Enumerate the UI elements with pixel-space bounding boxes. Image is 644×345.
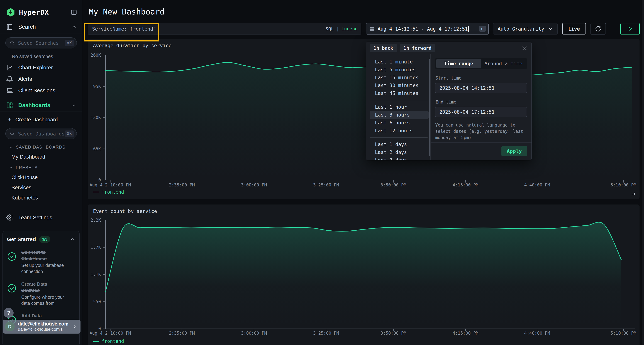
time-options-divider <box>370 137 428 138</box>
sql-toggle[interactable]: SQL <box>326 26 334 31</box>
chevron-up-icon[interactable] <box>70 237 75 242</box>
apply-button[interactable]: Apply <box>502 146 527 156</box>
get-started-item[interactable]: Create Data Sources Configure where your… <box>7 281 75 306</box>
laptop-icon <box>6 87 13 94</box>
presets-group[interactable]: PRESETS <box>8 165 82 170</box>
saved-dashboards-group[interactable]: SAVED DASHBOARDS <box>8 145 82 150</box>
duration-chart-canvas[interactable]: 065K130K195K260KAug 4 2:10:00 PM2:35:00 … <box>88 39 640 199</box>
date-range-input[interactable]: Aug 4 14:12:51 - Aug 4 17:12:51 d <box>366 23 488 34</box>
legend-series-name: frontend <box>102 339 124 344</box>
panel-resize-handle[interactable] <box>632 193 635 195</box>
time-option[interactable]: Last 45 minutes <box>370 89 428 97</box>
x-tick-label: 4:15:00 PM <box>452 183 478 188</box>
team-settings-label: Team Settings <box>18 215 52 221</box>
filter-bar: ServiceName:"frontend" SQL | Lucene Aug … <box>88 23 644 34</box>
granularity-select[interactable]: Auto Granularity <box>493 23 558 34</box>
page-title: My New Dashboard <box>89 7 644 16</box>
tab-around-a-time[interactable]: Around a time <box>481 59 526 68</box>
saved-dashboards-input[interactable]: Saved Dashboards ⌘K <box>5 128 77 139</box>
chevron-up-icon[interactable] <box>72 103 77 108</box>
plus-icon: + <box>8 117 12 123</box>
refresh-button[interactable] <box>590 23 606 34</box>
start-time-input[interactable]: 2025-08-04 14:12:51 <box>435 83 527 93</box>
sidebar-section-dashboards[interactable]: Dashboards <box>0 100 82 110</box>
time-option[interactable]: Last 1 minute <box>370 58 428 66</box>
time-option[interactable]: Last 7 days <box>370 156 428 160</box>
time-option[interactable]: Last 2 days <box>370 148 428 156</box>
time-option[interactable]: Last 12 hours <box>370 127 428 135</box>
play-button[interactable] <box>620 23 640 34</box>
create-dashboard-label: Create Dashboard <box>16 117 58 123</box>
time-range-options-list: Last 1 minuteLast 5 minutesLast 15 minut… <box>366 54 430 160</box>
series-area <box>106 222 621 329</box>
avatar: D <box>5 322 15 332</box>
event-count-chart-canvas[interactable]: 05501.1K1.7K2.2KAug 4 2:10:00 PM2:35:00 … <box>88 205 640 345</box>
x-tick-label: 5:10:00 PM <box>610 331 636 336</box>
create-dashboard-button[interactable]: + Create Dashboard <box>0 115 82 124</box>
keyboard-hint-badge: d <box>479 26 486 32</box>
time-option[interactable]: Last 15 minutes <box>370 74 428 81</box>
preset-link-kubernetes[interactable]: Kubernetes <box>12 195 82 201</box>
x-tick-label: 3:50:00 PM <box>380 331 406 336</box>
user-email: dale@clickhouse.com <box>18 321 68 327</box>
sidebar-section-search[interactable]: Search <box>0 22 82 32</box>
chart-legend[interactable]: frontend <box>94 339 124 344</box>
chart-legend[interactable]: frontend <box>94 189 124 195</box>
lucene-toggle[interactable]: Lucene <box>342 26 358 31</box>
time-option[interactable]: Last 30 minutes <box>370 81 428 89</box>
time-option[interactable]: Last 3 hours <box>370 111 428 119</box>
y-tick-label: 260K <box>90 53 101 58</box>
popup-body: Last 1 minuteLast 5 minutesLast 15 minut… <box>366 54 532 160</box>
close-icon[interactable] <box>522 45 528 51</box>
shift-forward-button[interactable]: 1h forward <box>400 44 435 52</box>
y-tick-label: 2.2K <box>90 218 101 223</box>
get-started-item[interactable]: Connect to ClickHouse Set up your databa… <box>7 249 75 275</box>
sidebar-item-label: Chart Explorer <box>18 64 53 71</box>
popup-header: 1h back 1h forward <box>366 42 532 54</box>
scrollbar-gutter[interactable] <box>642 0 644 345</box>
y-tick-label: 195K <box>90 84 101 89</box>
saved-searches-input[interactable]: Saved Searches ⌘K <box>5 37 77 48</box>
end-time-input[interactable]: 2025-08-04 17:12:51 <box>435 107 527 117</box>
saved-dashboards-placeholder: Saved Dashboards <box>18 131 64 137</box>
list-scrollbar[interactable] <box>429 59 430 156</box>
no-saved-searches-text: No saved searches <box>12 54 82 59</box>
sidebar-item-client-sessions[interactable]: Client Sessions <box>0 85 82 96</box>
sidebar-dashboards-label: Dashboards <box>18 102 50 108</box>
shift-back-button[interactable]: 1h back <box>370 44 397 52</box>
chevron-up-icon[interactable] <box>72 24 77 30</box>
help-button[interactable]: ? <box>4 308 14 318</box>
app-window: HyperDX Search Saved Searches ⌘K No save… <box>0 0 644 345</box>
date-range-value: Aug 4 14:12:51 - Aug 4 17:12:51 <box>378 26 468 32</box>
get-started-header[interactable]: Get Started 3/3 <box>7 236 75 243</box>
end-time-label: End time <box>436 100 527 105</box>
x-tick-label: 3:25:00 PM <box>313 183 339 188</box>
x-tick-label: 2:35:00 PM <box>169 331 195 336</box>
natural-language-hint: You can use natural language to select d… <box>435 122 527 141</box>
sidebar-item-chart-explorer[interactable]: Chart Explorer <box>0 62 82 73</box>
x-tick-label: 3:25:00 PM <box>313 331 339 336</box>
user-account-button[interactable]: D dale@clickhouse.com dale@clickhouse.co… <box>3 320 80 334</box>
sidebar-item-team-settings[interactable]: Team Settings <box>0 212 82 223</box>
chevron-down-icon <box>548 26 553 31</box>
time-option[interactable]: Last 1 days <box>370 140 428 148</box>
preset-link-clickhouse[interactable]: ClickHouse <box>12 174 82 180</box>
preset-link-services[interactable]: Services <box>12 185 82 191</box>
dashboard-grid-icon <box>6 102 13 109</box>
time-option[interactable]: Last 6 hours <box>370 119 428 127</box>
time-option[interactable]: Last 1 hour <box>370 103 428 111</box>
x-tick-label: Aug 4 2:10:00 PM <box>90 183 131 188</box>
time-picker-popup: 1h back 1h forward Last 1 minuteLast 5 m… <box>366 42 532 160</box>
get-started-item-title: Connect to ClickHouse <box>21 249 66 262</box>
y-tick-label: 1.7K <box>90 245 101 250</box>
sidebar-item-label: Alerts <box>18 76 32 82</box>
chevron-down-icon <box>8 165 13 170</box>
sidebar-divider <box>0 111 82 112</box>
tab-time-range[interactable]: Time range <box>436 59 481 68</box>
dashboard-link-my-dashboard[interactable]: My Dashboard <box>12 154 82 160</box>
time-option[interactable]: Last 5 minutes <box>370 66 428 74</box>
sidebar-item-alerts[interactable]: Alerts <box>0 73 82 85</box>
live-button[interactable]: Live <box>562 23 586 34</box>
search-query-input[interactable]: ServiceName:"frontend" SQL | Lucene <box>88 23 361 34</box>
collapse-sidebar-icon[interactable] <box>71 9 77 15</box>
